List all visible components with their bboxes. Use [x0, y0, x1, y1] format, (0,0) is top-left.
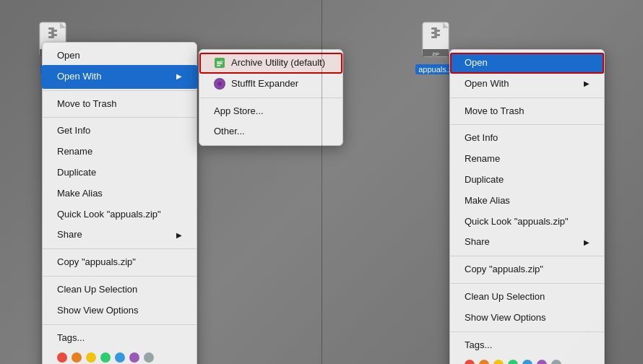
divider-right-5	[450, 332, 604, 332]
svg-rect-9	[215, 58, 225, 68]
left-menu-clean-up[interactable]: Clean Up Selection	[43, 280, 197, 300]
tag-dot-red-right[interactable]	[465, 360, 475, 364]
right-menu-open-with[interactable]: Open With ▶	[450, 74, 604, 95]
tag-dot-yellow-left[interactable]	[86, 352, 96, 363]
stuffit-icon	[214, 78, 225, 90]
archive-utility-icon	[214, 57, 225, 69]
divider-left-2	[43, 117, 197, 118]
left-menu-make-alias[interactable]: Make Alias	[43, 183, 197, 204]
svg-point-15	[217, 82, 222, 86]
share-arrow-left: ▶	[176, 230, 182, 241]
open-with-arrow-right: ▶	[584, 78, 590, 90]
tags-dots-left	[43, 348, 197, 364]
svg-rect-22	[431, 32, 437, 34]
context-menu-right: Open Open With ▶ Move to Trash Get Info …	[449, 49, 605, 364]
svg-rect-11	[217, 64, 223, 65]
svg-text:ZIP: ZIP	[432, 52, 439, 56]
left-menu-share[interactable]: Share ▶	[43, 225, 197, 246]
svg-rect-24	[431, 36, 437, 38]
left-menu-quick-look[interactable]: Quick Look "appuals.zip"	[43, 204, 197, 225]
tag-dot-gray-right[interactable]	[551, 360, 561, 364]
tag-dot-blue-left[interactable]	[115, 352, 125, 363]
svg-rect-8	[48, 36, 54, 38]
right-menu-clean-up[interactable]: Clean Up Selection	[450, 287, 604, 308]
right-menu-quick-look[interactable]: Quick Look "appuals.zip"	[450, 212, 604, 233]
right-menu-duplicate[interactable]: Duplicate	[450, 170, 604, 191]
right-menu-get-info[interactable]: Get Info	[450, 128, 604, 149]
svg-rect-6	[48, 32, 54, 34]
svg-rect-23	[434, 34, 440, 36]
open-with-arrow-left: ▶	[176, 71, 182, 82]
right-menu-copy[interactable]: Copy "appuals.zip"	[450, 259, 604, 280]
divider-right-4	[450, 283, 604, 284]
tag-dot-yellow-right[interactable]	[493, 360, 504, 364]
divider-right-1	[450, 98, 604, 98]
divider-left-4	[43, 276, 197, 277]
svg-rect-12	[217, 65, 220, 66]
tags-dots-right	[450, 355, 604, 364]
right-menu-rename[interactable]: Rename	[450, 149, 604, 170]
tag-dot-gray-left[interactable]	[144, 352, 154, 363]
left-menu-copy[interactable]: Copy "appuals.zip"	[43, 252, 197, 273]
left-menu-move-to-trash[interactable]: Move to Trash	[43, 94, 197, 115]
divider-right-3	[450, 256, 604, 256]
desktop: ZIP appu... Open Open With ▶ Move to Tra…	[0, 0, 643, 364]
svg-rect-20	[431, 27, 437, 30]
svg-rect-4	[48, 27, 54, 30]
svg-rect-5	[51, 30, 57, 32]
left-menu-open[interactable]: Open	[43, 46, 197, 66]
tag-dot-purple-right[interactable]	[537, 360, 547, 364]
right-menu-show-view[interactable]: Show View Options	[450, 308, 604, 329]
divider-left-5	[43, 324, 197, 325]
right-menu-make-alias[interactable]: Make Alias	[450, 191, 604, 212]
svg-rect-21	[434, 30, 440, 32]
left-menu-open-with[interactable]: Open With ▶	[43, 66, 197, 87]
tag-dot-green-left[interactable]	[100, 352, 111, 363]
svg-rect-7	[51, 34, 57, 36]
tag-dot-purple-left[interactable]	[129, 352, 139, 363]
context-menu-left: Open Open With ▶ Move to Trash Get Info …	[42, 42, 197, 364]
left-menu-rename[interactable]: Rename	[43, 142, 197, 162]
tag-dot-orange-left[interactable]	[72, 352, 82, 363]
tag-dot-blue-right[interactable]	[522, 360, 532, 364]
left-menu-tags[interactable]: Tags...	[43, 328, 197, 349]
divider-right-2	[450, 124, 604, 125]
center-divider	[322, 0, 322, 364]
tag-dot-red-left[interactable]	[57, 352, 67, 363]
right-menu-share[interactable]: Share ▶	[450, 232, 604, 253]
left-menu-duplicate[interactable]: Duplicate	[43, 162, 197, 183]
share-arrow-right: ▶	[584, 237, 590, 248]
right-menu-tags[interactable]: Tags...	[450, 335, 604, 356]
tag-dot-green-right[interactable]	[508, 360, 518, 364]
right-menu-open[interactable]: Open	[450, 53, 604, 74]
left-menu-show-view[interactable]: Show View Options	[43, 300, 197, 321]
divider-left-3	[43, 248, 197, 249]
divider-left-1	[43, 90, 197, 91]
tag-dot-orange-right[interactable]	[479, 360, 489, 364]
right-menu-move-to-trash[interactable]: Move to Trash	[450, 101, 604, 122]
left-menu-get-info[interactable]: Get Info	[43, 121, 197, 142]
